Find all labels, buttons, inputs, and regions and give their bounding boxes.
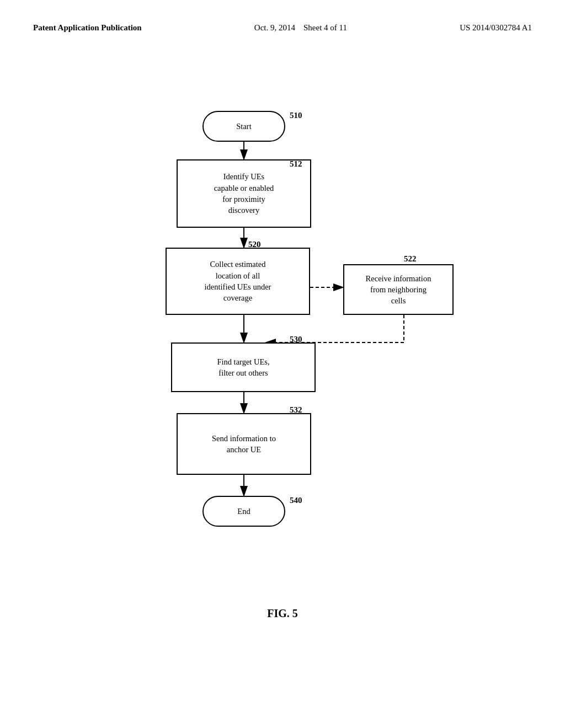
node-530-id: 530	[290, 335, 302, 344]
diagram-container: Start 510 Identify UEs capable or enable…	[0, 45, 565, 596]
header-left: Patent Application Publication	[33, 22, 142, 34]
page-header: Patent Application Publication Oct. 9, 2…	[0, 0, 565, 45]
step-530-label: Find target UEs, filter out others	[217, 356, 269, 379]
node-520-id: 520	[248, 240, 261, 249]
end-label: End	[237, 506, 250, 517]
node-512-id: 512	[290, 159, 302, 169]
fig-label: FIG. 5	[267, 607, 298, 619]
header-right: US 2014/0302784 A1	[460, 22, 532, 34]
patent-application-label: Patent Application Publication	[33, 23, 142, 32]
step-522-label: Receive information from neighboring cel…	[366, 273, 431, 307]
node-520: Collect estimated location of all identi…	[166, 248, 310, 315]
node-start: Start	[202, 111, 285, 142]
header-center: Oct. 9, 2014 Sheet 4 of 11	[254, 22, 347, 34]
figure-caption: FIG. 5	[0, 607, 565, 620]
node-510-id: 510	[290, 111, 302, 120]
node-540-id: 540	[290, 496, 302, 505]
node-522-id: 522	[404, 254, 417, 264]
flowchart: Start 510 Identify UEs capable or enable…	[95, 78, 470, 574]
step-512-label: Identify UEs capable or enabled for prox…	[214, 171, 274, 216]
step-532-label: Send information to anchor UE	[212, 433, 276, 456]
node-532: Send information to anchor UE	[177, 413, 311, 475]
sheet-label: Sheet 4 of 11	[303, 23, 347, 32]
node-522: Receive information from neighboring cel…	[343, 264, 454, 315]
start-label: Start	[236, 121, 251, 132]
node-end: End	[202, 496, 285, 527]
node-512: Identify UEs capable or enabled for prox…	[177, 159, 311, 228]
node-532-id: 532	[290, 405, 302, 415]
node-530: Find target UEs, filter out others	[171, 342, 316, 392]
date-label: Oct. 9, 2014	[254, 23, 295, 32]
step-520-label: Collect estimated location of all identi…	[205, 259, 271, 303]
patent-number-label: US 2014/0302784 A1	[460, 23, 532, 32]
